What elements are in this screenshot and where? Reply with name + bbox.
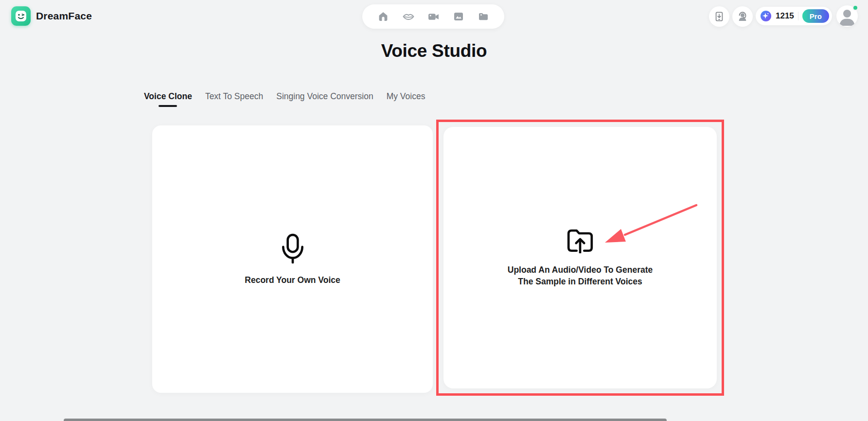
online-status-dot: [852, 5, 858, 11]
credits-count: 1215: [776, 11, 794, 21]
image-icon[interactable]: [452, 10, 465, 23]
divider: [798, 12, 798, 20]
support-button[interactable]: [732, 6, 753, 27]
brand-name: DreamFace: [36, 10, 92, 22]
app-download-button[interactable]: [709, 6, 729, 27]
upload-card-label-line1: Upload An Audio/Video To Generate: [508, 264, 653, 276]
microphone-icon: [281, 233, 305, 263]
tab-my-voices[interactable]: My Voices: [387, 91, 425, 103]
highlight-box: Upload An Audio/Video To Generate The Sa…: [436, 120, 724, 396]
upload-card-label: Upload An Audio/Video To Generate The Sa…: [508, 264, 653, 287]
tab-singing-voice-conversion[interactable]: Singing Voice Conversion: [276, 91, 373, 103]
lips-icon[interactable]: [402, 10, 415, 23]
upload-audio-video-card[interactable]: Upload An Audio/Video To Generate The Sa…: [443, 127, 717, 388]
folder-upload-icon: [566, 228, 594, 253]
tab-voice-clone[interactable]: Voice Clone: [144, 91, 192, 103]
record-card-label: Record Your Own Voice: [245, 275, 340, 285]
dreamface-logo-icon: [11, 6, 31, 26]
folder-icon[interactable]: [477, 10, 490, 23]
home-icon[interactable]: [377, 10, 390, 23]
page-title: Voice Studio: [0, 41, 868, 61]
credits-badge[interactable]: 1215 Pro: [756, 7, 832, 25]
tab-text-to-speech[interactable]: Text To Speech: [205, 91, 263, 103]
main-nav: [362, 4, 504, 29]
video-camera-icon[interactable]: [427, 10, 440, 23]
pro-badge-label: Pro: [810, 12, 822, 20]
tab-bar: Voice Clone Text To Speech Singing Voice…: [144, 91, 425, 103]
sparkle-icon: [760, 10, 772, 22]
brand[interactable]: DreamFace: [11, 6, 92, 26]
app-download-icon: [714, 11, 725, 22]
header: DreamFace: [0, 0, 868, 33]
next-section-edge: [64, 419, 667, 421]
upload-card-label-line2: The Sample in Different Voices: [508, 276, 653, 287]
record-voice-card[interactable]: Record Your Own Voice: [152, 125, 433, 393]
pro-badge[interactable]: Pro: [802, 9, 829, 23]
support-agent-icon: [737, 11, 748, 22]
profile-avatar[interactable]: [836, 5, 858, 27]
